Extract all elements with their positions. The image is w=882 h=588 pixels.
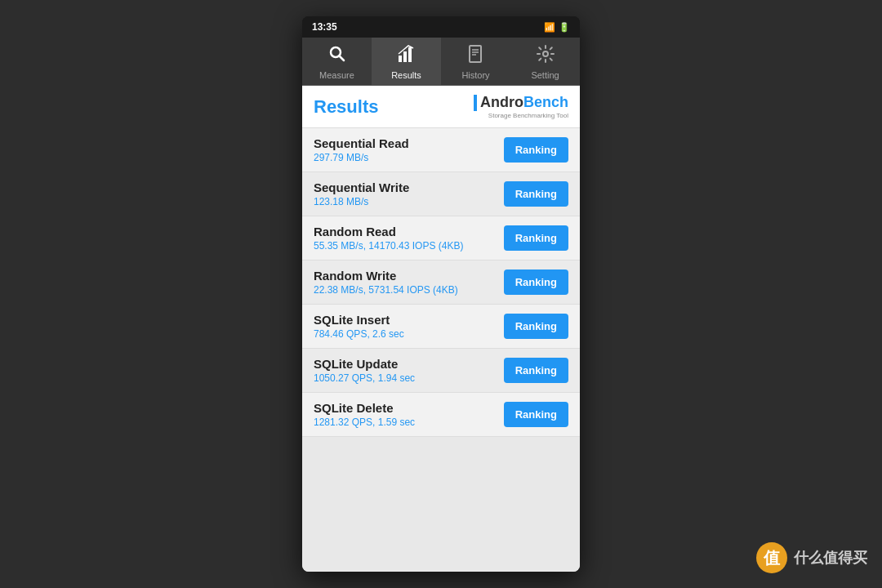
- status-time: 13:35: [312, 21, 337, 33]
- result-info: Sequential Read 297.79 MB/s: [314, 136, 409, 163]
- svg-rect-2: [399, 56, 402, 62]
- watermark-icon: 值: [756, 542, 787, 573]
- watermark-text: 什么值得买: [794, 548, 867, 568]
- status-bar: 13:35 📶 🔋: [302, 16, 580, 38]
- ranking-button[interactable]: Ranking: [504, 181, 568, 207]
- history-icon: [466, 44, 486, 67]
- setting-icon: [536, 44, 555, 67]
- result-row: Sequential Write 123.18 MB/s Ranking: [302, 172, 580, 216]
- result-name: SQLite Update: [314, 357, 415, 371]
- ranking-button[interactable]: Ranking: [504, 358, 568, 383]
- desktop: 13:35 📶 🔋 Measure: [0, 0, 882, 588]
- result-row: Random Read 55.35 MB/s, 14170.43 IOPS (4…: [302, 216, 580, 261]
- result-row: Sequential Read 297.79 MB/s Ranking: [302, 128, 580, 172]
- result-value: 22.38 MB/s, 5731.54 IOPS (4KB): [314, 284, 458, 296]
- results-page-title: Results: [314, 96, 378, 118]
- content-area: Results AndroBench Storage Benchmarking …: [302, 86, 580, 572]
- watermark-icon-text: 值: [764, 547, 780, 569]
- result-value: 123.18 MB/s: [314, 196, 409, 207]
- wifi-icon: 📶: [544, 22, 555, 33]
- content-spacer: [302, 437, 580, 572]
- results-icon: [397, 44, 416, 67]
- result-info: Random Write 22.38 MB/s, 5731.54 IOPS (4…: [314, 269, 458, 296]
- result-info: Random Read 55.35 MB/s, 14170.43 IOPS (4…: [314, 225, 463, 252]
- watermark: 值 什么值得买: [756, 542, 867, 573]
- result-name: Sequential Write: [314, 180, 409, 194]
- tab-setting-label: Setting: [531, 70, 559, 80]
- tab-setting[interactable]: Setting: [510, 38, 580, 85]
- brand-logo: AndroBench Storage Benchmarking Tool: [474, 94, 568, 119]
- result-info: Sequential Write 123.18 MB/s: [314, 180, 409, 207]
- ranking-button[interactable]: Ranking: [504, 270, 568, 295]
- result-row: SQLite Delete 1281.32 QPS, 1.59 sec Rank…: [302, 393, 580, 437]
- ranking-button[interactable]: Ranking: [504, 314, 568, 339]
- tab-history-label: History: [461, 70, 489, 80]
- result-value: 784.46 QPS, 2.6 sec: [314, 328, 404, 340]
- results-header: Results AndroBench Storage Benchmarking …: [302, 86, 580, 128]
- result-value: 1050.27 QPS, 1.94 sec: [314, 372, 415, 384]
- svg-line-1: [339, 56, 344, 61]
- svg-rect-4: [408, 47, 412, 62]
- result-row: SQLite Update 1050.27 QPS, 1.94 sec Rank…: [302, 349, 580, 393]
- tab-measure-label: Measure: [319, 70, 354, 80]
- svg-rect-5: [470, 46, 481, 62]
- result-row: SQLite Insert 784.46 QPS, 2.6 sec Rankin…: [302, 305, 580, 349]
- tab-results-label: Results: [391, 70, 421, 80]
- result-name: Random Write: [314, 269, 458, 283]
- brand-bench: Bench: [523, 94, 568, 111]
- brand-andro: Andro: [480, 94, 523, 111]
- result-value: 297.79 MB/s: [314, 152, 409, 163]
- result-name: Sequential Read: [314, 136, 409, 150]
- result-name: SQLite Delete: [314, 401, 415, 415]
- phone-frame: 13:35 📶 🔋 Measure: [302, 16, 580, 572]
- result-info: SQLite Insert 784.46 QPS, 2.6 sec: [314, 313, 404, 340]
- battery-icon: 🔋: [559, 22, 570, 33]
- measure-icon: [327, 44, 347, 67]
- result-name: Random Read: [314, 225, 463, 238]
- result-name: SQLite Insert: [314, 313, 404, 327]
- brand-name: AndroBench: [480, 94, 568, 111]
- result-value: 1281.32 QPS, 1.59 sec: [314, 416, 415, 428]
- svg-point-9: [543, 51, 548, 56]
- tab-bar: Measure Results: [302, 38, 580, 86]
- tab-results[interactable]: Results: [372, 38, 441, 85]
- tab-measure[interactable]: Measure: [302, 38, 372, 85]
- result-info: SQLite Delete 1281.32 QPS, 1.59 sec: [314, 401, 415, 428]
- brand-bar-accent: [474, 95, 477, 111]
- tab-history[interactable]: History: [441, 38, 510, 85]
- result-row: Random Write 22.38 MB/s, 5731.54 IOPS (4…: [302, 261, 580, 305]
- ranking-button[interactable]: Ranking: [504, 225, 568, 251]
- result-value: 55.35 MB/s, 14170.43 IOPS (4KB): [314, 240, 463, 252]
- ranking-button[interactable]: Ranking: [504, 137, 568, 163]
- result-info: SQLite Update 1050.27 QPS, 1.94 sec: [314, 357, 415, 384]
- ranking-button[interactable]: Ranking: [504, 402, 568, 427]
- status-icons: 📶 🔋: [544, 22, 570, 33]
- brand-subtitle: Storage Benchmarking Tool: [488, 112, 568, 119]
- svg-rect-3: [403, 51, 407, 62]
- results-list: Sequential Read 297.79 MB/s Ranking Sequ…: [302, 128, 580, 437]
